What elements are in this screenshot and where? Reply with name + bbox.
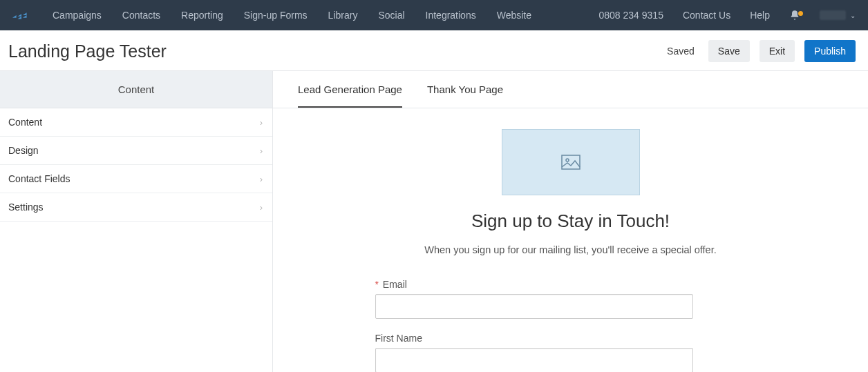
chevron-down-icon: ⌄ (850, 12, 856, 19)
toolbar-actions: Saved Save Exit Publish (667, 40, 856, 62)
publish-button[interactable]: Publish (804, 40, 856, 62)
email-field[interactable] (375, 294, 693, 319)
workspace: Content Content › Design › Contact Field… (0, 71, 868, 372)
form-row-email: * Email (374, 279, 768, 319)
nav-signup-forms[interactable]: Sign-up Forms (244, 10, 308, 21)
exit-button[interactable]: Exit (760, 40, 795, 62)
svg-marker-4 (23, 15, 27, 18)
saved-status: Saved (667, 46, 695, 57)
image-placeholder[interactable] (502, 129, 640, 195)
svg-rect-5 (562, 155, 580, 169)
nav-social[interactable]: Social (378, 10, 404, 21)
nav-library[interactable]: Library (328, 10, 358, 21)
page-toolbar: Landing Page Tester Saved Save Exit Publ… (0, 30, 868, 71)
sidebar-item-content[interactable]: Content › (0, 108, 272, 137)
chevron-right-icon: › (260, 174, 263, 184)
chevron-right-icon: › (260, 202, 263, 213)
image-icon (561, 155, 581, 170)
notification-dot (798, 11, 803, 16)
nav-integrations[interactable]: Integrations (426, 10, 476, 21)
sidebar-item-label: Settings (8, 202, 44, 213)
sidebar-item-label: Contact Fields (8, 173, 70, 184)
top-nav: Campaigns Contacts Reporting Sign-up For… (0, 0, 868, 30)
first-name-label: First Name (375, 333, 766, 344)
page-title: Landing Page Tester (8, 41, 167, 61)
sidebar-item-label: Design (8, 145, 39, 156)
chevron-right-icon: › (260, 146, 263, 156)
sidebar-item-settings[interactable]: Settings › (0, 193, 272, 222)
nav-reporting[interactable]: Reporting (181, 10, 223, 21)
form-row-first-name: First Name (374, 333, 768, 372)
landing-page-preview: Sign up to Stay in Touch! When you sign … (353, 108, 789, 372)
user-name-redacted (820, 10, 846, 20)
svg-marker-2 (23, 12, 27, 15)
notifications-icon[interactable] (789, 10, 800, 21)
svg-point-6 (566, 159, 569, 161)
sidebar-header: Content (0, 71, 272, 108)
nav-items: Campaigns Contacts Reporting Sign-up For… (53, 10, 599, 21)
nav-contacts[interactable]: Contacts (122, 10, 160, 21)
svg-marker-3 (17, 17, 21, 19)
sidebar-item-design[interactable]: Design › (0, 137, 272, 165)
nav-campaigns[interactable]: Campaigns (53, 10, 102, 21)
tab-lead-generation[interactable]: Lead Generation Page (298, 71, 402, 108)
canvas-tabs: Lead Generation Page Thank You Page (273, 71, 868, 108)
nav-phone: 0808 234 9315 (599, 10, 663, 21)
canvas: Lead Generation Page Thank You Page Sign… (273, 71, 868, 372)
first-name-field[interactable] (375, 348, 693, 372)
sidebar-item-contact-fields[interactable]: Contact Fields › (0, 165, 272, 193)
nav-contact-us[interactable]: Contact Us (683, 10, 730, 21)
svg-marker-0 (12, 15, 17, 18)
email-label: * Email (375, 279, 766, 290)
preview-subheading[interactable]: When you sign up for our mailing list, y… (374, 244, 768, 255)
nav-right: 0808 234 9315 Contact Us Help ⌄ (599, 10, 856, 21)
save-button[interactable]: Save (708, 40, 750, 62)
required-asterisk: * (375, 279, 379, 290)
preview-wrap: Sign up to Stay in Touch! When you sign … (273, 108, 868, 372)
tab-thank-you[interactable]: Thank You Page (427, 71, 503, 108)
sidebar: Content Content › Design › Contact Field… (0, 71, 273, 372)
chevron-right-icon: › (260, 117, 263, 128)
sidebar-item-label: Content (8, 117, 42, 128)
user-menu[interactable]: ⌄ (820, 10, 856, 20)
svg-marker-1 (17, 14, 21, 17)
brand-logo[interactable] (12, 8, 32, 22)
nav-help[interactable]: Help (750, 10, 770, 21)
nav-website[interactable]: Website (497, 10, 531, 21)
preview-heading[interactable]: Sign up to Stay in Touch! (374, 211, 768, 232)
